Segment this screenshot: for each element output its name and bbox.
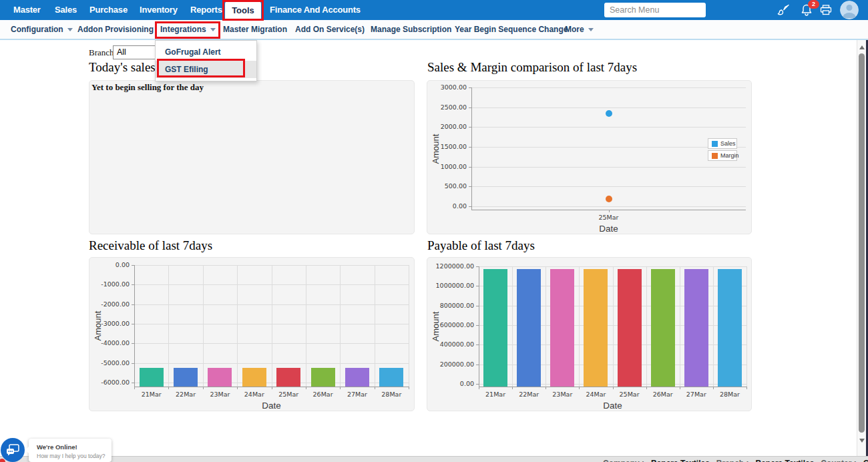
chat-status: We're Online! (37, 443, 112, 451)
gridline-horizontal (471, 107, 746, 108)
point-sales[interactable] (606, 110, 612, 117)
bar-23Mar[interactable] (550, 269, 574, 387)
x-tick-mark (409, 387, 409, 389)
subnav-add-on-services[interactable]: Add On Service(s) (295, 20, 365, 39)
subnav-label: Add On Service(s) (295, 25, 365, 34)
subnav-manage-subscription[interactable]: Manage Subscription (371, 20, 451, 39)
x-axis-line (471, 210, 746, 210)
y-tick-label: -2000.00 (84, 300, 130, 308)
bar-22Mar[interactable] (174, 368, 198, 387)
sales-margin-chart: Amount Date SalesMargin 3000.002500.0020… (427, 80, 752, 234)
gridline-horizontal (471, 127, 746, 128)
menu-item-gofrugal-alert[interactable]: GoFrugal Alert (156, 43, 256, 61)
avatar[interactable] (840, 1, 859, 19)
bar-23Mar[interactable] (208, 368, 232, 387)
gridline-vertical (512, 266, 513, 387)
bar-24Mar[interactable] (584, 269, 608, 387)
subnav-configuration[interactable]: Configuration (11, 20, 73, 39)
y-tick-label: 3000.00 (421, 83, 467, 91)
chat-bubbles-icon (6, 444, 19, 456)
y-axis-line (479, 266, 479, 387)
gridline-vertical (340, 265, 341, 387)
bar-25Mar[interactable] (618, 269, 642, 387)
bar-26Mar[interactable] (651, 269, 675, 387)
y-tick-label: 0.00 (429, 380, 474, 387)
y-tick-label: 500.00 (421, 182, 467, 190)
gridline-horizontal (471, 167, 746, 168)
bar-28Mar[interactable] (379, 368, 403, 387)
brush-icon[interactable] (776, 3, 790, 20)
footer-status: Company :Banera TextilesBranch :Banera T… (603, 459, 868, 462)
subnav-master-migration[interactable]: Master Migration (223, 20, 287, 39)
nav-purchase[interactable]: Purchase (89, 0, 128, 20)
gridline-horizontal (471, 186, 746, 187)
subnav-year-begin-sequence-change[interactable]: Year Begin Sequence Change (455, 20, 568, 39)
chart-legend: SalesMargin (708, 138, 737, 161)
subnav-label: More (565, 25, 584, 34)
subnav-addon-provisioning[interactable]: Addon Provisioning (77, 20, 154, 39)
nav-reports[interactable]: Reports (190, 0, 222, 20)
scrollbar-track[interactable] (857, 40, 866, 456)
x-axis-title: Date (134, 401, 409, 411)
y-tick-label: -1000.00 (84, 280, 130, 288)
y-axis-line (134, 265, 135, 387)
scrollbar-down-arrow[interactable] (859, 439, 865, 443)
x-tick-label: 28Mar (710, 391, 750, 398)
chat-button[interactable] (1, 438, 25, 462)
bar-24Mar[interactable] (242, 368, 266, 387)
y-tick-label: 400000.00 (429, 340, 474, 348)
point-margin[interactable] (606, 196, 612, 202)
gridline-vertical (272, 265, 272, 387)
subnav-more[interactable]: More (565, 20, 594, 39)
legend-entry-margin[interactable]: Margin (708, 150, 737, 161)
footer-label: Company : (603, 459, 644, 462)
x-axis-line (479, 387, 746, 387)
y-tick-label: 200000.00 (429, 361, 474, 368)
footer-value: Banera Textiles (756, 459, 815, 462)
menu-item-gst-efiling[interactable]: GST Efiling (156, 61, 256, 78)
y-tick-label: 2500.00 (421, 103, 467, 111)
gridline-horizontal (471, 206, 746, 207)
gridline-horizontal (471, 147, 746, 148)
y-tick-label: -6000.00 (84, 379, 130, 386)
bar-26Mar[interactable] (311, 368, 335, 387)
subnav-label: Master Migration (223, 25, 287, 34)
printer-icon[interactable] (820, 5, 832, 18)
top-navigation: Master Sales Purchase Inventory Reports … (0, 0, 868, 20)
footer-label: Counter : (821, 459, 856, 462)
today-sales-empty-message: Yet to begin selling for the day (91, 82, 204, 93)
chat-prompt: How may I help you today? (37, 453, 112, 459)
bar-27Mar[interactable] (345, 368, 369, 387)
bar-27Mar[interactable] (684, 269, 708, 387)
payable-chart-title: Payable of last 7days (427, 238, 535, 253)
printer-icon-svg (820, 5, 832, 15)
nav-sales[interactable]: Sales (55, 0, 77, 20)
chat-notification-dot (0, 459, 5, 462)
subnav-label: Year Begin Sequence Change (455, 25, 568, 34)
y-tick-label: 1000000.00 (429, 282, 474, 289)
bar-21Mar[interactable] (483, 269, 507, 387)
sales-margin-chart-title: Sales & Margin comparison of last 7days (427, 60, 637, 75)
x-axis-line (134, 387, 409, 387)
y-tick-label: -4000.00 (84, 339, 130, 346)
nav-master[interactable]: Master (13, 0, 41, 20)
receivable-chart: Amount Date 0.00-1000.00-2000.00-3000.00… (89, 257, 415, 411)
chat-tooltip: We're Online! How may I help you today? (29, 439, 112, 462)
bar-22Mar[interactable] (517, 269, 541, 387)
today-sales-panel: Yet to begin selling for the day (89, 80, 415, 234)
y-tick-label: 0.00 (421, 202, 467, 210)
bar-25Mar[interactable] (276, 368, 300, 387)
y-axis-line (471, 87, 472, 210)
footer-bar: Company :Banera TextilesBranch :Banera T… (0, 456, 868, 462)
scrollbar-up-arrow[interactable] (859, 45, 865, 49)
search-menu-input[interactable] (604, 3, 706, 17)
scrollbar-thumb[interactable] (859, 53, 865, 433)
bar-21Mar[interactable] (140, 368, 164, 387)
nav-inventory[interactable]: Inventory (140, 0, 178, 20)
bar-28Mar[interactable] (718, 269, 742, 387)
subnav-label: Integrations (160, 25, 206, 34)
subnav-integrations[interactable]: Integrations (160, 20, 216, 39)
legend-entry-sales[interactable]: Sales (708, 138, 737, 149)
nav-finance-and-accounts[interactable]: Finance And Accounts (270, 0, 361, 20)
nav-tools-active-tab[interactable]: Tools (225, 1, 261, 20)
